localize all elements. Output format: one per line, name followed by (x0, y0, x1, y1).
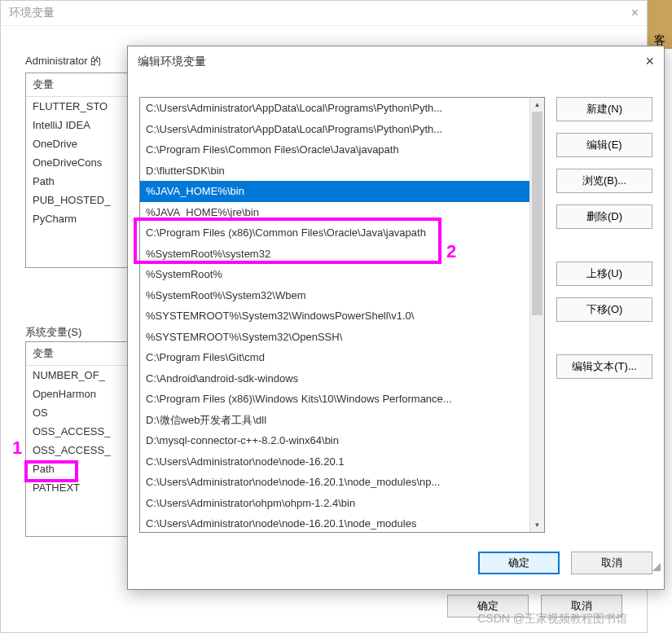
new-button[interactable]: 新建(N) (556, 97, 652, 121)
user-vars-label: Administrator 的 (25, 54, 101, 68)
path-list-item[interactable]: C:\Users\Administrator\ohpm\ohpm-1.2.4\b… (140, 493, 529, 514)
path-list-item[interactable]: C:\Android\android-sdk-windows (140, 368, 529, 389)
parent-title-text: 环境变量 (9, 6, 55, 20)
edit-titlebar: 编辑环境变量 × (128, 46, 664, 77)
path-list-item[interactable]: %SystemRoot%\system32 (140, 244, 529, 265)
path-list-item[interactable]: C:\Program Files (x86)\Windows Kits\10\W… (140, 389, 529, 410)
move-down-button[interactable]: 下移(O) (556, 297, 652, 322)
path-list-item[interactable]: C:\Program Files\Git\cmd (140, 347, 529, 368)
path-list-item[interactable]: %SystemRoot%\System32\Wbem (140, 285, 529, 306)
path-list-item[interactable]: %SYSTEMROOT%\System32\WindowsPowerShell\… (140, 306, 529, 327)
path-list-item[interactable]: D:\mysql-connector-c++-8.2.0-winx64\bin (140, 430, 529, 451)
scrollbar[interactable]: ▲ ▼ (529, 98, 544, 532)
annotation-label-1: 1 (12, 437, 22, 459)
parent-titlebar: 环境变量 × (1, 1, 647, 26)
cancel-button[interactable]: 取消 (571, 552, 652, 574)
resize-grip-icon[interactable] (648, 558, 661, 571)
path-list-item[interactable]: D:\微信web开发者工具\dll (140, 410, 529, 431)
background-strip: 客 (648, 0, 672, 49)
path-list-item[interactable]: C:\Users\Administrator\node\node-16.20.1… (140, 472, 529, 493)
edit-button[interactable]: 编辑(E) (556, 133, 652, 157)
close-icon[interactable]: × (631, 6, 639, 20)
path-list-item[interactable]: C:\Users\Administrator\AppData\Local\Pro… (140, 119, 529, 140)
path-list-item[interactable]: C:\Program Files\Common Files\Oracle\Jav… (140, 139, 529, 160)
path-list-item[interactable]: D:\flutterSDK\bin (140, 160, 529, 182)
path-list-item[interactable]: %SYSTEMROOT%\System32\OpenSSH\ (140, 327, 529, 348)
edit-env-var-dialog: 编辑环境变量 × C:\Users\Administrator\AppData\… (127, 46, 665, 590)
edit-text-button[interactable]: 编辑文本(T)... (556, 354, 652, 379)
path-list-item[interactable]: C:\Program Files (x86)\Common Files\Orac… (140, 222, 529, 244)
watermark: CSDN @王家视频教程图书馆 (477, 612, 627, 626)
path-list-item[interactable]: %JAVA_HOME%\jre\bin (140, 202, 529, 223)
browse-button[interactable]: 浏览(B)... (556, 169, 652, 193)
path-list-item[interactable]: C:\Users\Administrator\node\node-16.20.1 (140, 451, 529, 473)
path-list-item[interactable]: %JAVA_HOME%\bin (140, 181, 529, 202)
ok-button[interactable]: 确定 (478, 552, 560, 574)
scroll-down-icon[interactable]: ▼ (530, 518, 544, 532)
scroll-up-icon[interactable]: ▲ (530, 98, 544, 112)
annotation-label-2: 2 (446, 241, 456, 262)
delete-button[interactable]: 删除(D) (556, 204, 652, 229)
edit-title-text: 编辑环境变量 (138, 55, 206, 69)
move-up-button[interactable]: 上移(U) (556, 262, 652, 286)
path-list-item[interactable]: C:\Users\Administrator\AppData\Local\Pro… (140, 98, 529, 119)
close-icon[interactable]: × (645, 53, 654, 70)
path-list[interactable]: C:\Users\Administrator\AppData\Local\Pro… (139, 97, 545, 533)
path-list-item[interactable]: C:\Users\Administrator\node\node-16.20.1… (140, 513, 529, 532)
sys-vars-label: 系统变量(S) (25, 325, 81, 340)
path-list-item[interactable]: %SystemRoot% (140, 264, 529, 285)
scroll-thumb[interactable] (532, 112, 542, 315)
